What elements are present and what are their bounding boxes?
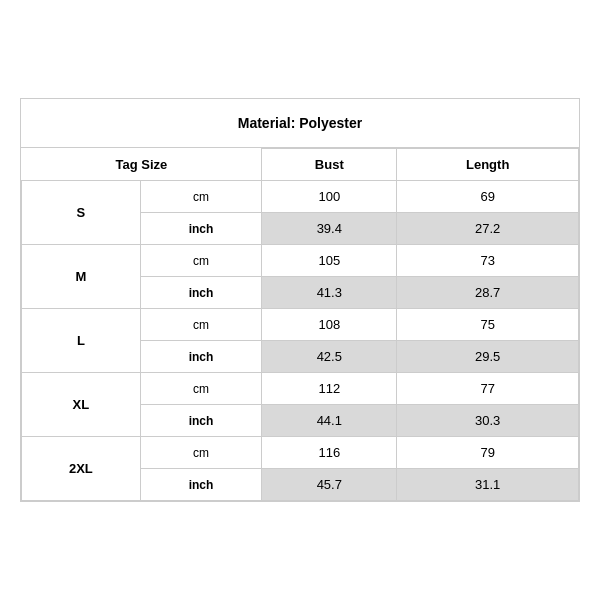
bust-value-inch: 44.1	[262, 405, 397, 437]
size-cell: L	[22, 309, 141, 373]
bust-value-inch: 41.3	[262, 277, 397, 309]
bust-value-inch: 45.7	[262, 469, 397, 501]
length-value-inch: 27.2	[397, 213, 579, 245]
bust-value-cm: 116	[262, 437, 397, 469]
unit-label-cm: cm	[140, 437, 261, 469]
length-value-cm: 77	[397, 373, 579, 405]
bust-value-inch: 39.4	[262, 213, 397, 245]
unit-label-inch: inch	[140, 469, 261, 501]
table-row: Mcm10573	[22, 245, 579, 277]
length-value-inch: 29.5	[397, 341, 579, 373]
length-value-cm: 79	[397, 437, 579, 469]
unit-label-cm: cm	[140, 181, 261, 213]
bust-value-cm: 112	[262, 373, 397, 405]
tag-size-header: Tag Size	[22, 149, 262, 181]
unit-label-cm: cm	[140, 373, 261, 405]
length-value-inch: 30.3	[397, 405, 579, 437]
unit-label-inch: inch	[140, 213, 261, 245]
length-header: Length	[397, 149, 579, 181]
length-value-inch: 28.7	[397, 277, 579, 309]
table-row: XLcm11277	[22, 373, 579, 405]
length-value-cm: 75	[397, 309, 579, 341]
size-cell: S	[22, 181, 141, 245]
size-cell: 2XL	[22, 437, 141, 501]
unit-label-inch: inch	[140, 277, 261, 309]
size-chart-container: Material: Polyester Tag Size Bust Length…	[20, 98, 580, 502]
length-value-cm: 73	[397, 245, 579, 277]
chart-title: Material: Polyester	[21, 99, 579, 148]
size-cell: XL	[22, 373, 141, 437]
bust-header: Bust	[262, 149, 397, 181]
unit-label-inch: inch	[140, 341, 261, 373]
bust-value-cm: 108	[262, 309, 397, 341]
length-value-inch: 31.1	[397, 469, 579, 501]
unit-label-inch: inch	[140, 405, 261, 437]
table-row: 2XLcm11679	[22, 437, 579, 469]
table-row: Scm10069	[22, 181, 579, 213]
unit-label-cm: cm	[140, 309, 261, 341]
size-cell: M	[22, 245, 141, 309]
bust-value-cm: 100	[262, 181, 397, 213]
length-value-cm: 69	[397, 181, 579, 213]
size-table: Tag Size Bust Length Scm10069inch39.427.…	[21, 148, 579, 501]
bust-value-cm: 105	[262, 245, 397, 277]
table-row: Lcm10875	[22, 309, 579, 341]
bust-value-inch: 42.5	[262, 341, 397, 373]
unit-label-cm: cm	[140, 245, 261, 277]
